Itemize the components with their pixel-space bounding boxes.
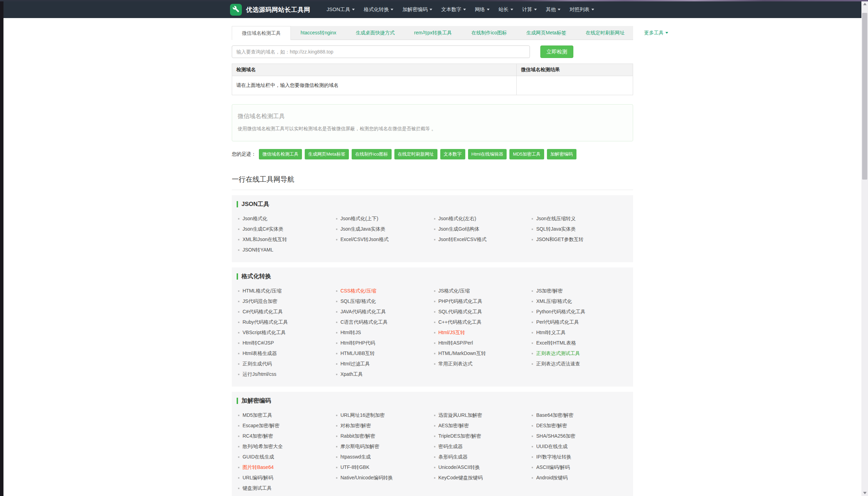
menu-item[interactable]: 加解密编码	[398, 1, 437, 18]
site-logo[interactable]	[230, 4, 242, 16]
footprint-tag[interactable]: Html在线编辑器	[468, 149, 507, 159]
tool-link[interactable]: Json格式化(左右)	[439, 216, 476, 222]
tool-link[interactable]: 键盘测试工具	[243, 485, 272, 491]
tool-link[interactable]: MD5加密工具	[243, 412, 272, 419]
tool-link[interactable]: SQL转Java实体类	[536, 226, 576, 232]
tab-item[interactable]: 更多工具	[634, 26, 678, 40]
tab-item[interactable]: 生成网页Meta标签	[517, 26, 576, 40]
footprint-tag[interactable]: 在线定时刷新网址	[394, 149, 437, 159]
domain-input[interactable]	[232, 46, 530, 58]
tab-item[interactable]: htaccess转nginx	[291, 26, 346, 40]
tool-link[interactable]: Html转ASP/Perl	[439, 340, 473, 346]
menu-item[interactable]: 计算	[518, 1, 541, 18]
scroll-up-arrow-icon[interactable]	[861, 1, 868, 7]
footprint-tag[interactable]: 微信域名检测工具	[259, 149, 302, 159]
tab-item[interactable]: 生成桌面快捷方式	[346, 26, 404, 40]
tool-link[interactable]: Xpath工具	[341, 371, 363, 378]
tool-link[interactable]: HTML格式化/压缩	[243, 288, 281, 294]
tool-link[interactable]: RC4加密/解密	[243, 433, 273, 439]
tool-link[interactable]: Html转义工具	[536, 330, 566, 336]
tool-link[interactable]: JSON和GET参数互转	[536, 237, 583, 243]
tool-link[interactable]: Excel转HTML表格	[536, 340, 576, 346]
tool-link[interactable]: Html表格生成器	[243, 350, 277, 357]
tool-link[interactable]: 正则表达式测试工具	[536, 350, 580, 357]
tool-link[interactable]: IP/数字地址转换	[536, 454, 571, 460]
tool-link[interactable]: 正则生成代码	[243, 361, 272, 367]
tool-link[interactable]: GUID在线生成	[243, 454, 274, 460]
page-scrollbar[interactable]	[861, 1, 868, 496]
tool-link[interactable]: Json在线压缩转义	[536, 216, 576, 222]
tab-item[interactable]: 在线制作ico图标	[462, 26, 517, 40]
tool-link[interactable]: Html转PHP代码	[341, 340, 375, 346]
tool-link[interactable]: SHA/SHA256加密	[536, 433, 575, 439]
tool-link[interactable]: htpasswd生成	[341, 454, 371, 460]
tool-link[interactable]: 摩尔斯电码加解密	[341, 444, 379, 450]
tool-link[interactable]: Json生成Go结构体	[439, 226, 480, 232]
tool-link[interactable]: 正则表达式语法速查	[536, 361, 580, 367]
tool-link[interactable]: 对称加密/解密	[341, 423, 371, 429]
tool-link[interactable]: JAVA代码格式化工具	[341, 309, 386, 315]
tool-link[interactable]: Html转JS	[341, 330, 361, 336]
tool-link[interactable]: JS格式化/压缩	[439, 288, 470, 294]
tool-link[interactable]: Ruby代码格式化工具	[243, 319, 288, 325]
tool-link[interactable]: UUID在线生成	[536, 444, 567, 450]
tool-link[interactable]: C++代码格式化工具	[439, 319, 482, 325]
tool-link[interactable]: Json格式化(上下)	[341, 216, 378, 222]
tool-link[interactable]: 条形码生成器	[439, 454, 468, 460]
menu-item[interactable]: 格式化转换	[359, 1, 398, 18]
tab-item[interactable]: rem与px转换工具	[404, 26, 462, 40]
tool-link[interactable]: PHP代码格式化工具	[439, 298, 483, 305]
tool-link[interactable]: Rabbit加密/解密	[341, 433, 375, 439]
tool-link[interactable]: HTML/MarkDown互转	[439, 350, 486, 357]
tool-link[interactable]: Native/Unicode编码转换	[341, 475, 393, 481]
tool-link[interactable]: SQL代码格式化工具	[439, 309, 482, 315]
tool-link[interactable]: 迅雷旋风URL加解密	[439, 412, 482, 419]
footprint-tag[interactable]: 加解密编码	[547, 149, 576, 159]
tool-link[interactable]: URL网址16进制加密	[341, 412, 385, 419]
tool-link[interactable]: Escape加密/解密	[243, 423, 280, 429]
tool-link[interactable]: AES加密/解密	[439, 423, 469, 429]
menu-item[interactable]: 其他	[541, 1, 565, 18]
tool-link[interactable]: Json格式化	[243, 216, 268, 222]
tool-link[interactable]: Perl代码格式化工具	[536, 319, 579, 325]
tab-item[interactable]: 微信域名检测工具	[232, 26, 291, 40]
tool-link[interactable]: C语言代码格式化工具	[341, 319, 388, 325]
scroll-down-arrow-icon[interactable]	[861, 490, 868, 496]
tool-link[interactable]: Excel/CSV转Json格式	[341, 237, 388, 243]
tool-link[interactable]: Json转Excel/CSV格式	[439, 237, 486, 243]
tool-link[interactable]: Html/JS互转	[439, 330, 465, 336]
tool-link[interactable]: VBScript格式化工具	[243, 330, 286, 336]
menu-item[interactable]: 文本数字	[437, 1, 470, 18]
tool-link[interactable]: JS加密/解密	[536, 288, 563, 294]
tool-link[interactable]: 密码生成器	[439, 444, 463, 450]
tool-link[interactable]: XML和Json在线互转	[243, 237, 287, 243]
tool-link[interactable]: Json生成Java实体类	[341, 226, 385, 232]
tool-link[interactable]: CSS格式化/压缩	[341, 288, 376, 294]
tool-link[interactable]: XML压缩/格式化	[536, 298, 572, 305]
tool-link[interactable]: HTML/UBB互转	[341, 350, 375, 357]
tool-link[interactable]: 图片转Base64	[243, 464, 273, 471]
footprint-tag[interactable]: MD5加密工具	[509, 149, 544, 159]
menu-item[interactable]: 对照列表	[565, 1, 599, 18]
tool-link[interactable]: ASCII编码/解码	[536, 464, 570, 471]
tool-link[interactable]: Html过滤工具	[341, 361, 370, 367]
tool-link[interactable]: JSON转YAML	[243, 247, 273, 253]
tool-link[interactable]: TripleDES加密/解密	[439, 433, 481, 439]
tab-item[interactable]: 在线定时刷新网址	[576, 26, 634, 40]
check-now-button[interactable]: 立即检测	[540, 46, 573, 58]
footprint-tag[interactable]: 生成网页Meta标签	[305, 149, 349, 159]
tool-link[interactable]: JS代码混合加密	[243, 298, 277, 305]
tool-link[interactable]: Json生成C#实体类	[243, 226, 283, 232]
footprint-tag[interactable]: 文本数字	[440, 149, 465, 159]
tool-link[interactable]: SQL压缩/格式化	[341, 298, 376, 305]
tool-link[interactable]: DES加密/解密	[536, 423, 567, 429]
tool-link[interactable]: KeyCode键盘按键码	[439, 475, 483, 481]
scrollbar-thumb[interactable]	[862, 13, 867, 180]
tool-link[interactable]: 运行Js/html/css	[243, 371, 276, 378]
tool-link[interactable]: C#代码格式化工具	[243, 309, 283, 315]
tool-link[interactable]: Python代码格式化工具	[536, 309, 586, 315]
tool-link[interactable]: Android按键码	[536, 475, 567, 481]
tool-link[interactable]: Html转C#/JSP	[243, 340, 274, 346]
menu-item[interactable]: JSON工具	[322, 1, 359, 18]
menu-item[interactable]: 网络	[470, 1, 494, 18]
